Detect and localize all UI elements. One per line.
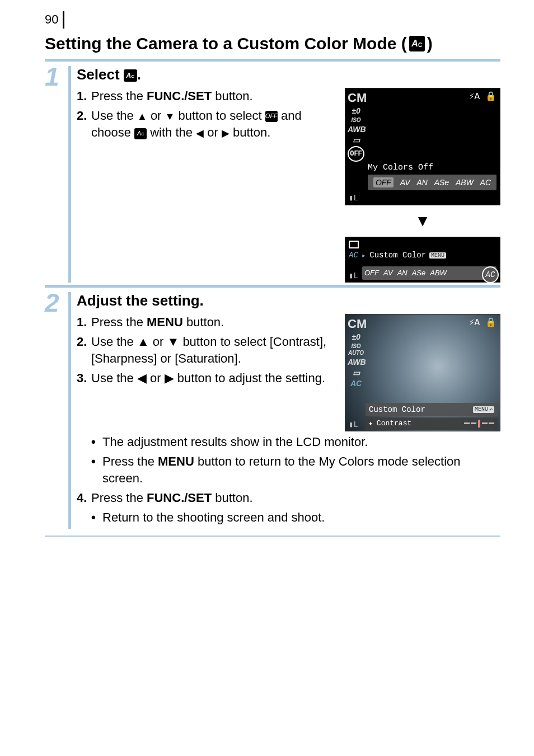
- opt-abw: ABW: [430, 269, 447, 277]
- divider: [45, 285, 500, 288]
- step-1-title: Select AC.: [77, 66, 500, 83]
- txt: Press the: [91, 315, 147, 329]
- txt: Use the: [91, 109, 137, 123]
- opt-an: AN: [416, 178, 427, 187]
- item-num: 3.: [77, 370, 91, 387]
- strip-label: My Colors Off: [368, 163, 496, 172]
- item-num: 1.: [77, 314, 91, 331]
- mycolors-selected-icon: OFF: [348, 146, 364, 162]
- drive-icon: [349, 241, 359, 248]
- exposure-icon: ±0: [348, 332, 364, 342]
- opt-ase: ASe: [412, 269, 426, 277]
- down-arrow-icon: ▼: [165, 111, 175, 121]
- item-text: Use the ◀ or ▶ button to adjust the sett…: [91, 370, 338, 387]
- step1-title-pre: Select: [77, 66, 124, 83]
- step-2-text: 1. Press the MENU button. 2. Use the ▲ o…: [77, 314, 338, 431]
- menu-tag: MENU: [429, 252, 446, 259]
- step-2-bullets: The adjustment results show in the LCD m…: [77, 434, 500, 527]
- txt: Press the: [91, 491, 147, 505]
- histogram-icon: ▮L: [349, 193, 358, 203]
- bullet-text: Return to the shooting screen and shoot.: [102, 509, 325, 527]
- page-title: Setting the Camera to a Custom Color Mod…: [45, 34, 500, 53]
- bullet-text: Press the MENU button to return to the M…: [102, 453, 500, 488]
- item-text: Use the ▲ or ▼ button to select [Contras…: [91, 334, 338, 368]
- contrast-slider: [464, 420, 494, 428]
- txt: Press the: [91, 89, 147, 103]
- down-arrow-icon: ▼: [415, 212, 430, 230]
- histogram-icon: ▮L: [349, 420, 358, 429]
- txt: or: [204, 125, 222, 139]
- bullet-text: The adjustment results show in the LCD m…: [102, 434, 368, 451]
- step-number-2: 2: [45, 290, 68, 316]
- camera-screen-custom-color: AC ▸ Custom Color MENU OFF AV AN ASe ABW: [345, 237, 500, 283]
- left-arrow-icon: ◀: [196, 128, 204, 138]
- step-number-1: 1: [45, 64, 68, 90]
- opt-ac: AC: [480, 178, 491, 187]
- title-close: ): [427, 34, 433, 53]
- histogram-icon: ▮L: [349, 271, 358, 280]
- camera-screen-mycolors-off: ⚡A 🔒 CM ±0 ISO AWB ▭ OFF My Colors: [345, 88, 500, 205]
- opt-ase: ASe: [434, 178, 449, 187]
- ac-circled-icon: AC: [482, 266, 499, 283]
- ac-icon: AC: [124, 69, 137, 82]
- item-text: Press the FUNC./SET button.: [91, 88, 338, 105]
- item-text: Press the MENU button.: [91, 314, 338, 331]
- step-2-body: Adjust the setting. 1. Press the MENU bu…: [68, 292, 500, 529]
- off-icon: OFF: [265, 111, 278, 122]
- custom-color-label: Custom Color: [369, 251, 426, 260]
- step1-title-post: .: [137, 66, 141, 83]
- txt: button.: [229, 125, 270, 139]
- txt: or: [147, 109, 165, 123]
- custom-color-icon: AC: [409, 36, 425, 51]
- lock-icon: 🔒: [485, 317, 496, 328]
- drive-icon: ▭: [348, 135, 364, 145]
- iso-icon: ISO: [348, 117, 364, 124]
- divider: [45, 536, 500, 537]
- awb-icon: AWB: [348, 358, 364, 367]
- ac-icon: AC: [349, 251, 358, 260]
- ac-icon: AC: [134, 128, 147, 139]
- flash-auto-icon: ⚡A: [469, 317, 480, 328]
- item-num: 2.: [77, 107, 91, 142]
- opt-off: OFF: [364, 269, 379, 277]
- camera-screen-adjust: ⚡A 🔒 CM ±0 ISOAUTO AWB ▭ AC Custom: [345, 314, 500, 431]
- back-icon: ↶: [489, 406, 493, 413]
- mode-icon: CM: [348, 91, 364, 105]
- item-num: 1.: [77, 88, 91, 105]
- ac-icon: AC: [348, 379, 364, 388]
- flash-auto-icon: ⚡A: [469, 91, 480, 102]
- opt-an: AN: [397, 269, 407, 277]
- drive-icon: ▭: [348, 368, 364, 378]
- bold-txt: MENU: [147, 315, 183, 329]
- up-arrow-icon: ▲: [137, 111, 147, 121]
- title-text: Setting the Camera to a Custom Color Mod…: [45, 34, 407, 53]
- step-1-text: 1. Press the FUNC./SET button. 2. Use th…: [77, 88, 338, 283]
- exposure-icon: ±0: [348, 106, 364, 116]
- divider: [45, 59, 500, 62]
- opt-abw: ABW: [456, 178, 474, 187]
- item-text: Press the FUNC./SET button.: [91, 490, 500, 507]
- page-number-wrap: 90: [45, 11, 500, 29]
- step-1-screens: ⚡A 🔒 CM ±0 ISO AWB ▭ OFF My Colors: [345, 88, 500, 283]
- mycolors-options: OFF AV AN ASe ABW AC: [368, 175, 496, 190]
- step-1-body: Select AC. 1. Press the FUNC./SET button…: [68, 66, 500, 283]
- mycolors-options-2: OFF AV AN ASe ABW: [362, 266, 496, 280]
- step-1: 1 Select AC. 1. Press the FUNC./SET butt…: [45, 66, 500, 283]
- txt: button.: [212, 89, 252, 103]
- opt-off: OFF: [373, 177, 394, 187]
- awb-icon: AWB: [348, 125, 364, 134]
- txt: button to select: [175, 109, 265, 123]
- right-caret-icon: ▸: [362, 251, 366, 260]
- contrast-text: Contrast: [377, 419, 411, 428]
- txt: with the: [147, 125, 196, 139]
- menu-text: MENU: [475, 406, 488, 412]
- updown-icon: ♦: [369, 421, 372, 427]
- manual-page: 90 Setting the Camera to a Custom Color …: [0, 0, 534, 559]
- slider-handle: [478, 420, 480, 428]
- lock-icon: 🔒: [485, 91, 496, 102]
- right-arrow-icon: ▶: [222, 128, 229, 138]
- item-num: 4.: [77, 490, 91, 507]
- step-2-screens: ⚡A 🔒 CM ±0 ISOAUTO AWB ▭ AC Custom: [345, 314, 500, 431]
- txt: button.: [212, 491, 252, 505]
- menu-back-tag: MENU ↶: [473, 406, 494, 413]
